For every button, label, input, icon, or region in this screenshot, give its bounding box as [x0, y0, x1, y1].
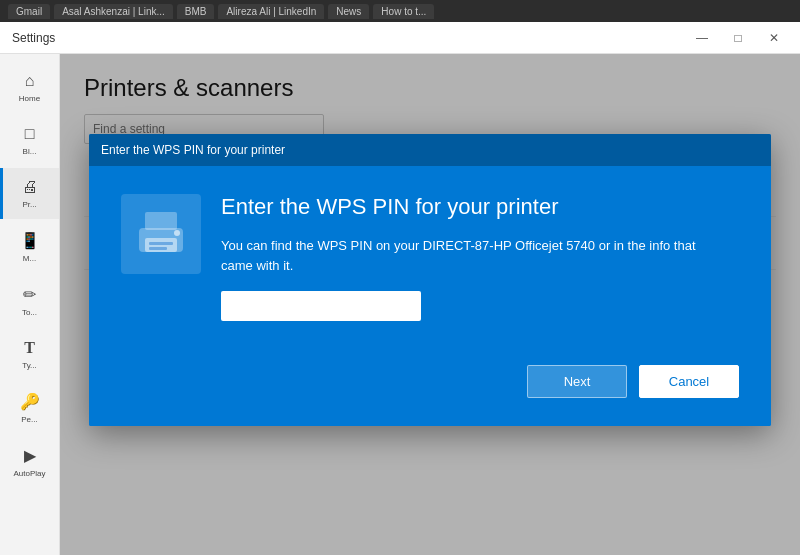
- svg-rect-15: [149, 247, 167, 250]
- sidebar: ⌂ Home □ Bl... 🖨 Pr... 📱 M... ✏ To... T: [0, 54, 60, 555]
- sidebar-item-pen[interactable]: 🔑 Pe...: [0, 382, 59, 434]
- window-controls: — □ ✕: [688, 27, 788, 49]
- settings-window: Settings — □ ✕ ⌂ Home □ Bl... 🖨 Pr... 📱: [0, 22, 800, 555]
- browser-tabs: Gmail Asal Ashkenzai | Link... BMB Alire…: [8, 0, 792, 22]
- dialog-titlebar-text: Enter the WPS PIN for your printer: [101, 143, 285, 157]
- window-titlebar: Settings — □ ✕: [0, 22, 800, 54]
- sidebar-item-bluetooth[interactable]: □ Bl...: [0, 115, 59, 166]
- sidebar-label-typing: Ty...: [22, 361, 37, 370]
- browser-tab-news[interactable]: News: [328, 4, 369, 19]
- sidebar-label-autoplay: AutoPlay: [13, 469, 45, 478]
- touchpad-icon: ✏: [23, 285, 36, 304]
- svg-point-16: [174, 230, 180, 236]
- dialog-title: Enter the WPS PIN for your printer: [221, 194, 739, 220]
- dialog-body: Enter the WPS PIN for your printer You c…: [89, 166, 771, 349]
- dialog-content: Enter the WPS PIN for your printer You c…: [221, 194, 739, 321]
- wps-dialog: Enter the WPS PIN for your printer: [89, 134, 771, 426]
- sidebar-item-printers[interactable]: 🖨 Pr...: [0, 168, 59, 219]
- browser-tab-asal[interactable]: Asal Ashkenzai | Link...: [54, 4, 173, 19]
- browser-bar: Gmail Asal Ashkenzai | Link... BMB Alire…: [0, 0, 800, 22]
- dialog-overlay: Enter the WPS PIN for your printer: [60, 54, 800, 555]
- typing-icon: T: [24, 339, 35, 357]
- sidebar-label-bluetooth: Bl...: [23, 147, 37, 156]
- dialog-titlebar: Enter the WPS PIN for your printer: [89, 134, 771, 166]
- window-body: ⌂ Home □ Bl... 🖨 Pr... 📱 M... ✏ To... T: [0, 54, 800, 555]
- sidebar-label-pen: Pe...: [21, 415, 37, 424]
- sidebar-label-home: Home: [19, 94, 40, 103]
- printer-sidebar-icon: 🖨: [22, 178, 38, 196]
- sidebar-label-mouse: M...: [23, 254, 36, 263]
- home-icon: ⌂: [25, 72, 35, 90]
- svg-rect-14: [149, 242, 173, 245]
- dialog-printer-icon: [121, 194, 201, 274]
- sidebar-item-autoplay[interactable]: ▶ AutoPlay: [0, 436, 59, 488]
- browser-tab-gmail[interactable]: Gmail: [8, 4, 50, 19]
- browser-tab-alireza[interactable]: Alireza Ali | LinkedIn: [218, 4, 324, 19]
- maximize-button[interactable]: □: [724, 27, 752, 49]
- sidebar-label-touchpad: To...: [22, 308, 37, 317]
- browser-tab-howto[interactable]: How to t...: [373, 4, 434, 19]
- window-title: Settings: [12, 31, 55, 45]
- autoplay-icon: ▶: [24, 446, 36, 465]
- svg-rect-12: [145, 212, 177, 230]
- minimize-button[interactable]: —: [688, 27, 716, 49]
- sidebar-item-typing[interactable]: T Ty...: [0, 329, 59, 380]
- browser-tab-bmb[interactable]: BMB: [177, 4, 215, 19]
- dialog-description: You can find the WPS PIN on your DIRECT-…: [221, 236, 701, 275]
- dialog-printer-svg: [131, 204, 191, 264]
- next-button[interactable]: Next: [527, 365, 627, 398]
- active-indicator: [0, 168, 3, 219]
- mouse-icon: 📱: [20, 231, 40, 250]
- bluetooth-icon: □: [25, 125, 35, 143]
- cancel-button[interactable]: Cancel: [639, 365, 739, 398]
- sidebar-label-printers: Pr...: [22, 200, 36, 209]
- dialog-footer: Next Cancel: [89, 349, 771, 426]
- close-button[interactable]: ✕: [760, 27, 788, 49]
- sidebar-item-home[interactable]: ⌂ Home: [0, 62, 59, 113]
- sidebar-item-mouse[interactable]: 📱 M...: [0, 221, 59, 273]
- wps-pin-input[interactable]: [221, 291, 421, 321]
- sidebar-item-touchpad[interactable]: ✏ To...: [0, 275, 59, 327]
- pen-icon: 🔑: [20, 392, 40, 411]
- main-content: Printers & scanners: [60, 54, 800, 555]
